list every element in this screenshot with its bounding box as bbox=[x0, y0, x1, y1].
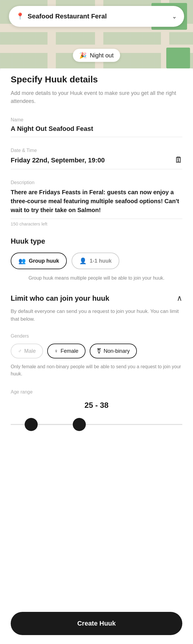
night-out-label: Night out bbox=[90, 52, 113, 59]
group-huuk-button[interactable]: 👥 Group huuk bbox=[11, 253, 67, 269]
huuk-type-options: 👥 Group huuk 👤 1-1 huuk bbox=[11, 253, 182, 269]
datetime-field-group: Date & Time Friday 22nd, September, 19:0… bbox=[11, 148, 182, 169]
nonbinary-button[interactable]: ⚧ Non-binary bbox=[90, 344, 137, 358]
age-range-value: 25 - 38 bbox=[11, 401, 182, 410]
name-field-group: Name A Night Out Seafood Feast bbox=[11, 117, 182, 137]
female-button[interactable]: ♀ Female bbox=[47, 344, 86, 358]
limit-subtitle: By default everyone can send you a reque… bbox=[11, 308, 182, 323]
limit-section: Limit who can join your huuk ∧ By defaul… bbox=[11, 294, 182, 432]
nonbinary-icon: ⚧ bbox=[97, 348, 101, 354]
chevron-up-icon[interactable]: ∧ bbox=[177, 294, 182, 303]
datetime-label: Date & Time bbox=[11, 148, 182, 153]
female-icon: ♀ bbox=[54, 348, 58, 354]
person-icon: 👤 bbox=[79, 257, 87, 264]
huuk-type-section: Huuk type 👥 Group huuk 👤 1-1 huuk Group … bbox=[11, 237, 182, 282]
one-to-one-huuk-button[interactable]: 👤 1-1 huuk bbox=[72, 253, 119, 269]
description-field-group: Description There are Fridays Feasts in … bbox=[11, 180, 182, 226]
name-value[interactable]: A Night Out Seafood Feast bbox=[11, 125, 182, 137]
location-name: Seafood Restaurant Feral bbox=[28, 12, 168, 20]
location-bar[interactable]: 📍 Seafood Restaurant Feral ⌄ bbox=[9, 6, 184, 27]
genders-label: Genders bbox=[11, 333, 182, 339]
gender-note: Only female and non-binary people will b… bbox=[11, 363, 182, 377]
limit-header: Limit who can join your huuk ∧ bbox=[11, 294, 182, 303]
map-green-area bbox=[166, 48, 190, 68]
group-icon: 👥 bbox=[18, 257, 26, 264]
char-count: 150 characters left bbox=[11, 221, 182, 226]
male-button[interactable]: ♂ Male bbox=[11, 344, 43, 358]
page-subtitle: Add more details to your Huuk event to m… bbox=[11, 89, 182, 105]
age-range-label: Age range bbox=[11, 389, 182, 395]
night-out-tag[interactable]: 🎉 Night out bbox=[73, 49, 120, 62]
huuk-type-description: Group huuk means multiple people will be… bbox=[11, 275, 182, 282]
calendar-icon: 🗓 bbox=[175, 156, 182, 165]
limit-heading: Limit who can join your huuk bbox=[11, 294, 109, 303]
app-container: 📍 Seafood Restaurant Feral ⌄ 🎉 Night out… bbox=[0, 0, 193, 644]
night-out-emoji: 🎉 bbox=[79, 52, 87, 59]
slider-fill bbox=[31, 424, 79, 425]
age-range-slider[interactable] bbox=[11, 417, 182, 432]
description-value[interactable]: There are Fridays Feasts in Feral: guest… bbox=[11, 188, 182, 219]
slider-handle-max[interactable] bbox=[73, 418, 86, 431]
huuk-type-heading: Huuk type bbox=[11, 237, 182, 245]
create-huuk-button[interactable]: Create Huuk bbox=[11, 612, 182, 635]
genders-section: Genders ♂ Male ♀ Female ⚧ Non-binary bbox=[11, 333, 182, 377]
age-range-section: Age range 25 - 38 bbox=[11, 389, 182, 432]
description-label: Description bbox=[11, 180, 182, 185]
gender-options: ♂ Male ♀ Female ⚧ Non-binary bbox=[11, 344, 182, 358]
page-title: Specify Huuk details bbox=[11, 74, 182, 84]
create-btn-container: Create Huuk bbox=[0, 606, 193, 644]
chevron-down-icon: ⌄ bbox=[172, 13, 177, 20]
map-area: 📍 Seafood Restaurant Feral ⌄ 🎉 Night out bbox=[0, 0, 193, 68]
slider-handle-min[interactable] bbox=[25, 418, 38, 431]
datetime-value[interactable]: Friday 22nd, September, 19:00 🗓 bbox=[11, 156, 182, 169]
male-icon: ♂ bbox=[18, 348, 22, 354]
main-card: Specify Huuk details Add more details to… bbox=[0, 62, 193, 644]
location-pin-icon: 📍 bbox=[16, 12, 24, 20]
name-label: Name bbox=[11, 117, 182, 123]
